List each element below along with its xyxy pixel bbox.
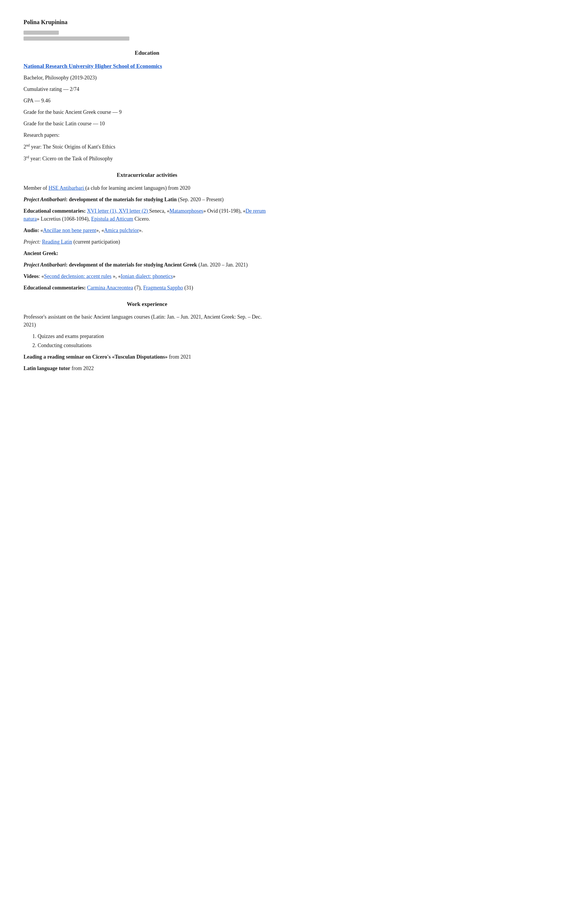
seminar-text-bold: Leading a reading seminar on Cicero's «T… bbox=[24, 354, 168, 360]
ancient-greek-bold: Ancient Greek: bbox=[24, 250, 58, 256]
research-papers-label: Research papers: bbox=[24, 131, 270, 139]
reading-latin-text-after: (current participation) bbox=[72, 239, 120, 245]
hse-antibarbari-link[interactable]: HSE Antibarbari bbox=[48, 185, 85, 191]
metamorphoses-text: » Ovid (191-198), « bbox=[203, 208, 246, 214]
reading-latin-line: Project: Reading Latin (current particip… bbox=[24, 238, 270, 246]
reading-latin-text-before: Project: bbox=[24, 239, 42, 245]
videos-label: Videos bbox=[24, 273, 39, 279]
seminar-text-plain: from 2021 bbox=[168, 354, 191, 360]
author-name: Polina Krupinina bbox=[24, 18, 270, 26]
project-greek-text: : development of the materials for study… bbox=[66, 262, 197, 268]
project-latin-line: Project Antibarbari: development of the … bbox=[24, 196, 270, 204]
education-section-title: Education bbox=[24, 49, 270, 57]
project-latin-date: (Sep. 2020 – Present) bbox=[177, 196, 223, 202]
extracurricular-section-title: Extracurricular activities bbox=[24, 171, 270, 180]
professor-assistant: Professor's assistant on the basic Ancie… bbox=[24, 313, 270, 329]
duty-1: Quizzes and exams preparation bbox=[38, 332, 270, 340]
videos-text: : « bbox=[39, 273, 44, 279]
degree: Bachelor, Philosophy (2019-2023) bbox=[24, 74, 270, 82]
xvi-letter-1-link[interactable]: XVI letter (1), bbox=[87, 208, 117, 214]
latin-grade: Grade for the basic Latin course — 10 bbox=[24, 120, 270, 128]
de-rerum-text: » Lucretius (1068-1094), bbox=[37, 216, 91, 222]
paper-3rd-content: year: Cicero on the Task of Philosophy bbox=[31, 155, 113, 162]
audio-label: Audio: bbox=[24, 227, 39, 233]
tutor-bold: Latin language tutor bbox=[24, 366, 70, 371]
ancient-greek-label: Ancient Greek: bbox=[24, 249, 270, 257]
reading-latin-link[interactable]: Reading Latin bbox=[42, 239, 72, 245]
redacted-line-1 bbox=[24, 31, 59, 35]
paper-2nd-year: 2nd year: The Stoic Origins of Kant's Et… bbox=[24, 143, 270, 151]
videos-sep: », « bbox=[111, 273, 121, 279]
duties-list: Quizzes and exams preparation Conducting… bbox=[38, 332, 270, 349]
member-line: Member of HSE Antibarbari (a club for le… bbox=[24, 184, 270, 192]
greek-grade: Grade for the basic Ancient Greek course… bbox=[24, 108, 270, 116]
audio-close: ». bbox=[139, 227, 143, 233]
epistula-link[interactable]: Epistula ad Atticum bbox=[91, 216, 133, 222]
audio-sep: », « bbox=[96, 227, 104, 233]
project-greek-label: Project Antibarbari bbox=[24, 262, 66, 268]
seneca-text: Seneca, « bbox=[149, 208, 170, 214]
gpa: GPA — 9.46 bbox=[24, 97, 270, 105]
edu-commentaries-latin: Educational commentaries: XVI letter (1)… bbox=[24, 207, 270, 223]
university-name-container: National Research University Higher Scho… bbox=[24, 62, 270, 71]
videos-close: » bbox=[173, 273, 176, 279]
ionian-link[interactable]: Ionian dialect: phonetics bbox=[121, 273, 173, 279]
videos-line: Videos: «Second declension: accent rules… bbox=[24, 272, 270, 280]
cumulative-rating: Cumulative rating — 2/74 bbox=[24, 85, 270, 93]
tutor-plain: from 2022 bbox=[70, 366, 94, 371]
work-experience-section-title: Work experience bbox=[24, 300, 270, 309]
member-text-after: (a club for learning ancient languages) … bbox=[85, 185, 190, 191]
redacted-contact bbox=[24, 31, 270, 40]
edu-commentaries2-label: Educational commentaries: bbox=[24, 285, 87, 291]
project-greek-date: (Jan. 2020 – Jan. 2021) bbox=[197, 262, 247, 268]
audio-text-open: « bbox=[39, 227, 43, 233]
project-greek-line: Project Antibarbari: development of the … bbox=[24, 261, 270, 269]
fragmenta-link[interactable]: Fragmenta Sappho bbox=[143, 285, 183, 291]
paper-2nd-sup-text: 2nd bbox=[24, 144, 31, 150]
redacted-line-2 bbox=[24, 37, 129, 40]
paper-3rd-sup-text: 3rd bbox=[24, 155, 31, 162]
second-declension-link[interactable]: Second declension: accent rules bbox=[44, 273, 111, 279]
fragmenta-text: (31) bbox=[183, 285, 193, 291]
ancillae-link[interactable]: Ancillae non bene parent bbox=[43, 227, 96, 233]
member-text-before: Member of bbox=[24, 185, 48, 191]
duty-2: Conducting consultations bbox=[38, 341, 270, 349]
paper-2nd-content: year: The Stoic Origins of Kant's Ethics bbox=[31, 144, 116, 150]
edu-commentaries-greek: Educational commentaries: Carmina Anacre… bbox=[24, 284, 270, 292]
carmina-link[interactable]: Carmina Anacreontea bbox=[87, 285, 133, 291]
seminar-line: Leading a reading seminar on Cicero's «T… bbox=[24, 353, 270, 361]
amica-link[interactable]: Amica pulchrior bbox=[104, 227, 139, 233]
tutor-line: Latin language tutor from 2022 bbox=[24, 364, 270, 372]
xvi-letter-2-link[interactable]: XVI letter (2) bbox=[117, 208, 149, 214]
epistula-text: Cicero. bbox=[133, 216, 150, 222]
project-latin-text: : development of the materials for study… bbox=[66, 196, 177, 202]
edu-commentaries-label: Educational commentaries: bbox=[24, 208, 87, 214]
project-latin-label: Project Antibarbari bbox=[24, 196, 66, 202]
audio-line: Audio: «Ancillae non bene parent», «Amic… bbox=[24, 227, 270, 235]
carmina-text: (7), bbox=[133, 285, 143, 291]
university-link[interactable]: National Research University Higher Scho… bbox=[24, 63, 162, 69]
paper-3rd-year: 3rd year: Cicero on the Task of Philosop… bbox=[24, 154, 270, 163]
metamorphoses-link[interactable]: Matamorphoses bbox=[170, 208, 203, 214]
